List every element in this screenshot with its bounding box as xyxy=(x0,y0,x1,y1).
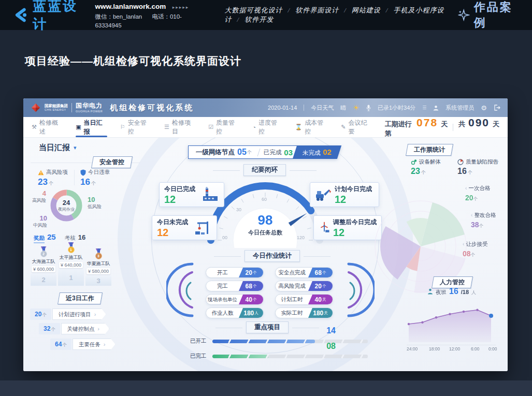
excavator-icon xyxy=(315,187,332,202)
lanlan-logo-icon xyxy=(13,7,28,23)
pill-contractors: 现场承包单位 40个 xyxy=(206,294,264,305)
recent-item-key-control-points[interactable]: 32个 关键控制点› xyxy=(39,323,109,334)
page-title: 项目经验——机组检修可视化系统界面设计 xyxy=(25,54,241,68)
contact-block: www.lanlanwork.com ▸▸▸▸▸ 微信：ben_lanlan 电… xyxy=(95,0,193,30)
portfolio-button[interactable]: 作品案例 xyxy=(458,0,519,31)
list-icon: ☰ xyxy=(164,124,169,130)
finished-count: 08 xyxy=(310,342,336,351)
high-risk-stat: 高风险项 23个 xyxy=(38,169,68,187)
safety-control-tag: 安全管控 xyxy=(91,156,133,168)
tab-projects[interactable]: ☰检修项目 xyxy=(164,117,195,137)
crane-icon xyxy=(194,220,212,236)
microphone-icon[interactable] xyxy=(366,105,371,111)
brand-block: 国家能源集团 CHN ENERGY 国华电力 GUOHUA POWER xyxy=(31,102,103,113)
record-list-icon[interactable]: ☰ xyxy=(422,105,426,110)
sun-icon: ☀ xyxy=(353,104,360,112)
started-count: 14 xyxy=(310,326,336,335)
main-nav-tabs: ⚒检修概述 ▣当日汇报 ⚐安全管控 ☰检修项目 ☑质量管控 ◔进度管控 ⌛成本管… xyxy=(23,117,508,138)
portfolio-label: 作品案例 xyxy=(474,0,519,31)
brand-company-cn: 国华电力 xyxy=(76,102,103,110)
equipment-icon xyxy=(411,159,417,165)
footer-strip xyxy=(0,380,532,396)
pill-safety-points: 安全点完成 68个 xyxy=(275,267,333,278)
current-user[interactable]: 系统管理员 xyxy=(445,104,474,112)
divider xyxy=(74,170,75,185)
pill-actual-hours: 实际工时 180天 xyxy=(275,307,333,318)
weather-value: 晴 xyxy=(340,104,346,112)
tab-quality[interactable]: ☑质量管控 xyxy=(208,117,239,137)
donut-center-label: 24夜间作业 xyxy=(48,187,84,224)
website-link[interactable]: www.lanlanwork.com xyxy=(95,3,166,10)
service-software-ui[interactable]: 软件界面设计 xyxy=(295,6,339,14)
night-worker-icon xyxy=(427,288,433,295)
team-rank-3: 3 华夏施工队 ¥ 580,000 3 xyxy=(85,248,111,286)
work-stats-label: 今日作业统计 xyxy=(245,250,300,262)
brand-group-cn: 国家能源集团 xyxy=(45,104,68,109)
tab-safety[interactable]: ⚐安全管控 xyxy=(120,117,151,137)
recent-item-planned-projects[interactable]: 20个 计划进行项目› xyxy=(30,309,106,320)
brand-group-en: CHN ENERGY xyxy=(45,108,68,111)
wechat-value: ben_lanlan xyxy=(113,13,142,20)
undone-segment: 未完成02 xyxy=(293,145,342,159)
service-bigdata[interactable]: 大数据可视化设计 xyxy=(225,6,283,14)
card-planned-today: 计划今日完成12 xyxy=(310,182,379,207)
sparkle-star-icon xyxy=(458,8,469,22)
phone-label: 电话： xyxy=(152,13,170,20)
key-projects-label: 重点项目 xyxy=(246,321,289,333)
settings-gear-icon[interactable]: ⚙ xyxy=(481,104,487,112)
service-website[interactable]: 网站建设 xyxy=(352,6,381,14)
pill-started: 开工 20个 xyxy=(206,267,264,278)
decor-arcs-right xyxy=(346,261,375,319)
silver-medal-icon: 2 xyxy=(40,246,48,257)
decor-arcs-left xyxy=(166,261,195,319)
report-icon: ▣ xyxy=(76,124,81,130)
schedule-progress: 工期进行第 078 天 共 090 天 xyxy=(385,116,499,138)
chevron-right-icon: › xyxy=(104,341,106,347)
team-rank-1: 1 太平施工队 ¥ 640,000 1 xyxy=(58,242,84,286)
concession-stat: ‹让步接受 08个 xyxy=(463,240,488,259)
recent-item-main-tasks[interactable]: 64个 主要任务› xyxy=(50,339,116,350)
pill-workers: 作业人数 180人 xyxy=(206,307,264,318)
daily-report-dropdown[interactable]: 当日汇报 ▾ xyxy=(39,143,77,153)
first-pass-stat: ‹一次合格 20个 xyxy=(465,184,491,203)
team-ranking-podium: 2 大海施工队 ¥ 600,000 2 1 太平施工队 ¥ 640,000 1 … xyxy=(31,242,114,286)
weather-label: 今日天气 xyxy=(311,104,334,112)
user-icon xyxy=(433,105,439,111)
days-elapsed: 078 xyxy=(416,116,438,129)
divider xyxy=(257,149,260,156)
lanlan-logo[interactable]: 蓝蓝设计 xyxy=(13,0,84,33)
donut-label-high-risk: 4高风险 xyxy=(28,189,46,204)
pill-planned-hours: 计划工时 40天 xyxy=(275,294,333,305)
minutes-loop-label: 纪要闭环 xyxy=(243,164,286,176)
tab-progress[interactable]: ◔进度管控 xyxy=(252,117,282,137)
arrows-icon: ▸▸▸▸▸ xyxy=(172,5,190,10)
logo-text: 蓝蓝设计 xyxy=(33,0,84,33)
network-node-banner: 一级网络节点 05 个 已完成 03 未完成02 xyxy=(188,145,339,159)
flag-icon: ⚐ xyxy=(120,124,125,130)
header-divider xyxy=(304,105,304,111)
tab-daily-report[interactable]: ▣当日汇报 xyxy=(76,117,107,137)
chevron-right-icon: › xyxy=(94,311,96,317)
reward-assess-row: 奖励25 考核16 xyxy=(34,232,85,243)
pencil-icon: ✎ xyxy=(341,124,346,130)
manpower-line-chart xyxy=(406,296,496,344)
shield-icon xyxy=(80,169,86,176)
site-header: 蓝蓝设计 www.lanlanwork.com ▸▸▸▸▸ 微信：ben_lan… xyxy=(0,0,532,30)
days-total: 090 xyxy=(468,116,490,129)
wechat-label: 微信： xyxy=(95,13,113,20)
logout-icon[interactable] xyxy=(494,105,500,111)
tab-cost[interactable]: ⌛成本管控 xyxy=(295,117,328,137)
dashboard-screenshot: 国家能源集团 CHN ENERGY 国华电力 GUOHUA POWER 机组检修… xyxy=(23,98,508,371)
started-progress-bar xyxy=(212,340,368,343)
service-dev[interactable]: 软件开发 xyxy=(245,16,274,23)
brand-company-en: GUOHUA POWER xyxy=(76,110,103,113)
donut-label-low-risk: 10低风险 xyxy=(88,196,102,210)
tab-minutes[interactable]: ✎会议纪要 xyxy=(341,117,372,137)
tab-overview[interactable]: ⚒检修概述 xyxy=(32,117,63,137)
task-total-label: 今日任务总数 xyxy=(239,229,291,237)
violation-stat: 今日违章 16个 xyxy=(80,169,110,187)
recent-work-tag: 近3日工作 xyxy=(57,292,103,304)
rectified-pass-stat: ‹整改合格 38个 xyxy=(471,211,496,230)
pill-high-risk-done: 高风险完成 20个 xyxy=(275,281,333,291)
app-header: 国家能源集团 CHN ENERGY 国华电力 GUOHUA POWER 机组检修… xyxy=(23,98,508,117)
